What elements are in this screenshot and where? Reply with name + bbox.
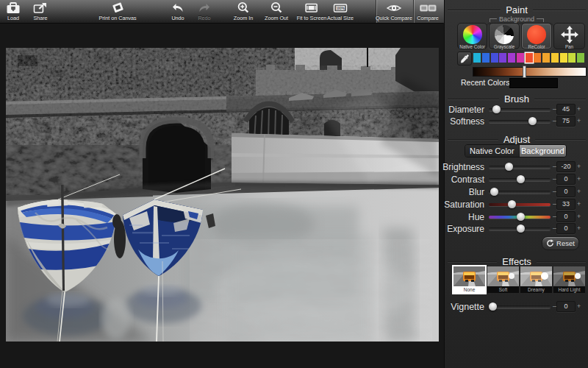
svg-text:100%: 100% [336, 7, 345, 10]
